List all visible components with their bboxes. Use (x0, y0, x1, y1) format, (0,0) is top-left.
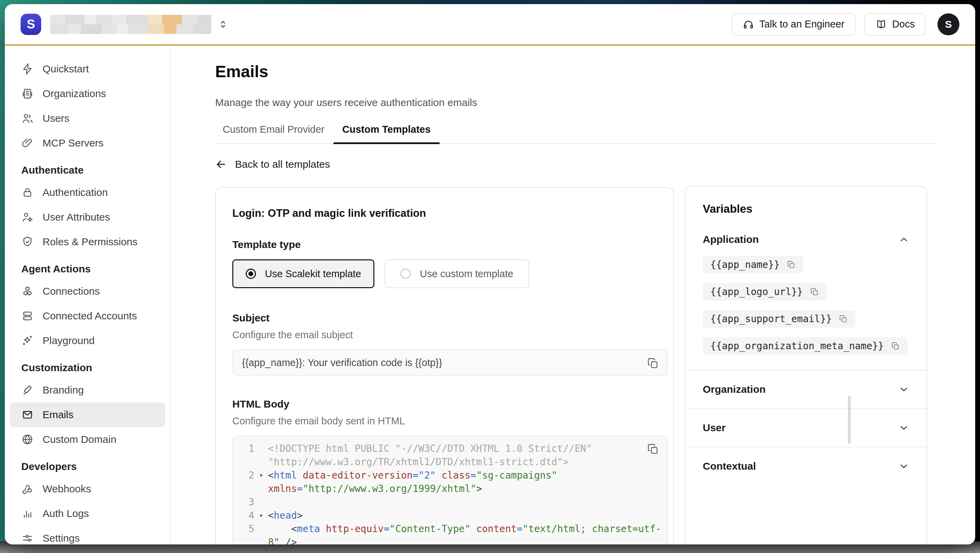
scalekit-logo[interactable]: S (21, 14, 41, 35)
sidebar-item-users[interactable]: Users (10, 106, 165, 131)
chevrons-up-down-icon[interactable] (218, 19, 229, 30)
copy-icon[interactable] (891, 341, 900, 351)
sidebar-item-custom-domain[interactable]: Custom Domain (10, 427, 165, 452)
code-line: 2▾<html data-editor-version="2" class="s… (233, 469, 667, 482)
line-number (233, 536, 254, 544)
sidebar-item-label: Quickstart (43, 63, 89, 75)
sidebar-item-emails[interactable]: Emails (10, 402, 165, 427)
code-line: 4▾<head> (233, 509, 667, 522)
option-use-scalekit-template[interactable]: Use Scalekit template (232, 259, 374, 288)
sidebar-item-connections[interactable]: Connections (10, 279, 165, 304)
sidebar-item-label: Connections (43, 285, 100, 297)
docs-button[interactable]: Docs (864, 13, 926, 36)
variables-section-user[interactable]: User (686, 408, 926, 447)
sidebar-section-developers: Developers (10, 457, 165, 477)
main-scrollbar-thumb[interactable] (848, 396, 851, 443)
subject-description: Configure the email subject (232, 329, 667, 341)
sidebar-item-label: Webhooks (43, 483, 91, 495)
variable-chip[interactable]: {{app_logo_url}} (703, 283, 827, 300)
brush-icon (21, 384, 33, 396)
stack-icon (21, 310, 33, 322)
subject-value: {{app_name}}: Your verification code is … (242, 357, 442, 369)
application-label: Application (703, 234, 759, 245)
fold-gutter (254, 455, 268, 469)
template-card-title: Login: OTP and magic link verification (232, 207, 667, 219)
variables-section-contextual[interactable]: Contextual (686, 447, 926, 485)
subject-label: Subject (232, 312, 667, 324)
mail-icon (21, 408, 33, 421)
sliders-icon (21, 532, 33, 544)
fold-gutter (254, 495, 268, 509)
sidebar-item-label: Organizations (43, 88, 106, 100)
template-card: Login: OTP and magic link verification T… (215, 187, 674, 544)
line-number (233, 482, 254, 495)
template-type-label: Template type (232, 239, 667, 250)
sidebar-item-settings[interactable]: Settings (10, 526, 165, 544)
building-icon (21, 87, 33, 100)
talk-to-engineer-label: Talk to an Engineer (759, 19, 845, 30)
copy-icon[interactable] (646, 357, 660, 370)
shield-check-icon (21, 236, 33, 248)
code-line: xmlns="http://www.w3.org/1999/xhtml"> (233, 482, 667, 495)
variable-chip[interactable]: {{app_organization_meta_name}} (703, 337, 908, 355)
variables-section-organization[interactable]: Organization (686, 370, 926, 408)
copy-icon[interactable] (646, 443, 660, 456)
tab-custom-email-provider[interactable]: Custom Email Provider (215, 124, 334, 143)
user-avatar[interactable]: S (937, 13, 959, 35)
line-number: 4 (233, 509, 254, 522)
fold-toggle-icon[interactable]: ▾ (254, 509, 268, 522)
copy-icon[interactable] (810, 287, 819, 296)
option-use-custom-template[interactable]: Use custom template (385, 259, 529, 288)
sidebar-item-user-attributes[interactable]: User Attributes (10, 205, 165, 229)
back-link-label: Back to all templates (235, 159, 330, 170)
sidebar-item-mcp-servers[interactable]: MCP Servers (10, 131, 165, 156)
html-code-editor[interactable]: 1<!DOCTYPE html PUBLIC "-//W3C//DTD XHTM… (232, 436, 668, 544)
sidebar-item-branding[interactable]: Branding (10, 378, 165, 402)
code-line: 3 (233, 495, 667, 509)
globe-icon (21, 433, 33, 446)
sidebar-item-connected-accounts[interactable]: Connected Accounts (10, 304, 165, 328)
cubes-icon (21, 285, 33, 297)
html-body-label: HTML Body (232, 398, 667, 410)
sidebar-section-agent-actions: Agent Actions (10, 259, 165, 279)
sidebar-item-quickstart[interactable]: Quickstart (10, 57, 165, 81)
sidebar-item-auth-logs[interactable]: Auth Logs (10, 501, 165, 526)
section-label: User (703, 422, 726, 434)
code-line: "http://www.w3.org/TR/xhtml1/DTD/xhtml1-… (233, 455, 667, 469)
chevron-down-icon (898, 422, 909, 433)
fold-gutter (254, 442, 268, 455)
copy-icon[interactable] (786, 260, 796, 269)
sidebar-item-label: User Attributes (43, 211, 110, 223)
variable-chip[interactable]: {{app_name}} (703, 256, 803, 273)
book-open-icon (875, 19, 887, 30)
option-label: Use Scalekit template (265, 268, 361, 280)
code-line: 8" /> (233, 536, 667, 544)
code-line: 1<!DOCTYPE html PUBLIC "-//W3C//DTD XHTM… (233, 442, 667, 455)
paperclip-icon (21, 137, 33, 149)
line-number: 1 (233, 442, 254, 455)
sidebar-item-roles-permissions[interactable]: Roles & Permissions (10, 229, 165, 254)
sidebar-item-webhooks[interactable]: Webhooks (10, 477, 165, 501)
radio-unselected-icon (401, 269, 411, 279)
variables-section-application[interactable]: Application (686, 223, 926, 256)
fold-toggle-icon[interactable]: ▾ (254, 469, 268, 482)
sidebar-item-playground[interactable]: Playground (10, 328, 165, 353)
tab-custom-templates[interactable]: Custom Templates (334, 124, 439, 143)
headphones-icon (743, 19, 754, 30)
talk-to-engineer-button[interactable]: Talk to an Engineer (732, 13, 856, 36)
workspace-name-redacted[interactable] (50, 15, 212, 34)
variable-chip[interactable]: {{app_support_email}} (703, 310, 856, 327)
sparkles-icon (21, 334, 33, 347)
sidebar-item-label: Auth Logs (43, 508, 89, 520)
html-body-description: Configure the email body sent in HTML (232, 415, 667, 427)
lock-icon (21, 186, 33, 199)
variable-name: {{app_organization_meta_name}} (710, 340, 884, 352)
sidebar-item-organizations[interactable]: Organizations (10, 81, 165, 106)
variable-name: {{app_support_email}} (710, 313, 832, 324)
back-to-templates-link[interactable]: Back to all templates (215, 159, 330, 170)
sidebar-item-authentication[interactable]: Authentication (10, 180, 165, 205)
copy-icon[interactable] (838, 314, 848, 324)
zap-icon (21, 63, 33, 75)
bar-chart-icon (21, 507, 33, 520)
subject-input[interactable]: {{app_name}}: Your verification code is … (232, 350, 668, 376)
